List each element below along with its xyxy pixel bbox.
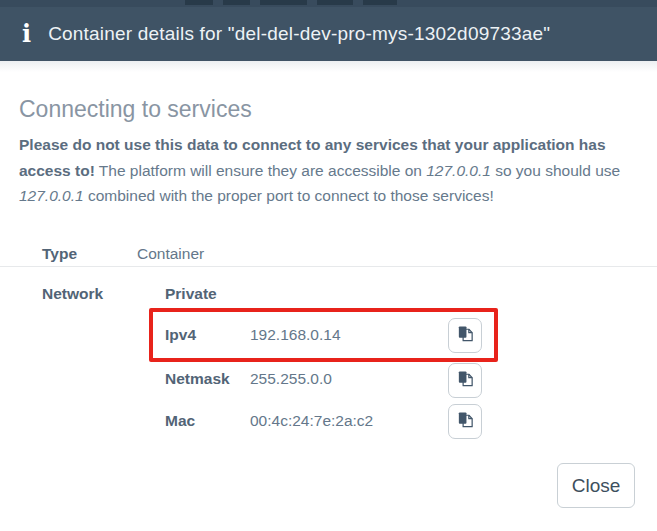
copy-icon	[456, 324, 475, 347]
background-page-remnant	[223, 0, 250, 5]
copy-icon	[456, 410, 475, 433]
netmask-value: 255.255.0.0	[250, 370, 332, 388]
mac-label: Mac	[165, 412, 195, 430]
row-divider	[0, 266, 657, 267]
type-value: Container	[137, 245, 204, 263]
warning-body-3: combined with the proper port to connect…	[84, 187, 494, 204]
network-value: Private	[165, 285, 217, 303]
background-page-remnant	[260, 0, 307, 5]
close-button[interactable]: Close	[557, 463, 635, 508]
warning-body-1: The platform will ensure they are access…	[95, 162, 426, 179]
warning-body-2: so you should use	[491, 162, 620, 179]
network-label: Network	[42, 285, 103, 303]
modal-header: i Container details for "del-del-dev-pro…	[0, 7, 657, 61]
ipv4-label: Ipv4	[165, 326, 196, 344]
container-details-dialog: i Container details for "del-del-dev-pro…	[0, 0, 657, 531]
modal-title: Container details for "del-del-dev-pro-m…	[48, 23, 550, 45]
copy-icon	[456, 369, 475, 392]
ipv4-value: 192.168.0.14	[250, 326, 341, 344]
background-page-remnant	[317, 0, 353, 5]
mac-value: 00:4c:24:7e:2a:c2	[250, 412, 373, 430]
copy-netmask-button[interactable]	[448, 363, 482, 398]
type-label: Type	[42, 245, 77, 263]
loopback-address-1: 127.0.0.1	[426, 162, 491, 179]
header-shadow	[0, 61, 657, 72]
netmask-label: Netmask	[165, 370, 230, 388]
copy-ipv4-button[interactable]	[448, 318, 482, 353]
background-page-strip	[0, 0, 657, 7]
section-heading: Connecting to services	[19, 96, 252, 123]
background-page-remnant	[185, 0, 213, 5]
background-page-remnant	[363, 0, 397, 5]
loopback-address-2: 127.0.0.1	[19, 187, 84, 204]
info-icon: i	[22, 22, 31, 46]
copy-mac-button[interactable]	[448, 404, 482, 439]
warning-text: Please do not use this data to connect t…	[19, 132, 637, 209]
